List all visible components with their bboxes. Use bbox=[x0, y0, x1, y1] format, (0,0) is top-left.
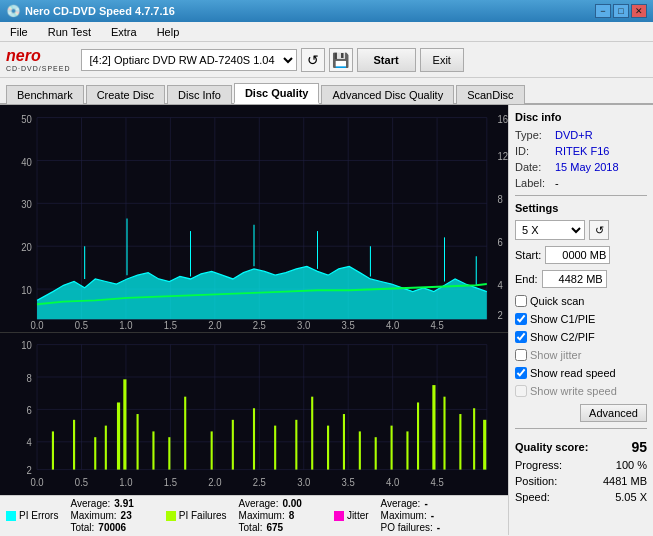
end-mb-input[interactable] bbox=[542, 270, 607, 288]
tab-scandisc[interactable]: ScanDisc bbox=[456, 85, 524, 104]
show-jitter-checkbox[interactable] bbox=[515, 349, 527, 361]
position-value: 4481 MB bbox=[603, 475, 647, 487]
toolbar: nero CD·DVD/SPEED [4:2] Optiarc DVD RW A… bbox=[0, 42, 653, 78]
svg-text:0.0: 0.0 bbox=[30, 320, 43, 332]
menu-file[interactable]: File bbox=[4, 24, 34, 40]
right-panel: Disc info Type: DVD+R ID: RITEK F16 Date… bbox=[508, 105, 653, 535]
divider1 bbox=[515, 195, 647, 196]
pi-failures-max: Maximum: 8 bbox=[239, 510, 302, 521]
pi-errors-avg-label: Average: bbox=[70, 498, 110, 509]
pi-errors-total-label: Total: bbox=[70, 522, 94, 533]
menu-extra[interactable]: Extra bbox=[105, 24, 143, 40]
pi-failures-max-value: 8 bbox=[289, 510, 295, 521]
svg-text:4.0: 4.0 bbox=[386, 476, 400, 487]
disc-info-title: Disc info bbox=[515, 111, 647, 123]
title-bar-left: 💿 Nero CD-DVD Speed 4.7.7.16 bbox=[6, 4, 175, 18]
exit-button[interactable]: Exit bbox=[420, 48, 464, 72]
divider2 bbox=[515, 428, 647, 429]
speed-select[interactable]: 5 X bbox=[515, 220, 585, 240]
show-write-speed-row: Show write speed bbox=[515, 385, 647, 397]
speed-row: 5 X ↺ bbox=[515, 220, 647, 240]
menu-help[interactable]: Help bbox=[151, 24, 186, 40]
tab-benchmark[interactable]: Benchmark bbox=[6, 85, 84, 104]
disc-date-label: Date: bbox=[515, 161, 551, 173]
svg-text:50: 50 bbox=[21, 113, 32, 125]
po-failures: PO failures: - bbox=[381, 522, 441, 533]
advanced-button[interactable]: Advanced bbox=[580, 404, 647, 422]
svg-text:12: 12 bbox=[497, 151, 508, 163]
nero-logo-area: nero CD·DVD/SPEED bbox=[6, 47, 71, 72]
show-c2pif-checkbox[interactable] bbox=[515, 331, 527, 343]
show-c2pif-row: Show C2/PIF bbox=[515, 331, 647, 343]
close-button[interactable]: ✕ bbox=[631, 4, 647, 18]
quality-score-value: 95 bbox=[631, 439, 647, 455]
svg-text:2.5: 2.5 bbox=[253, 320, 266, 332]
speed-label: Speed: bbox=[515, 491, 550, 503]
svg-text:3.0: 3.0 bbox=[297, 476, 311, 487]
title-bar: 💿 Nero CD-DVD Speed 4.7.7.16 − □ ✕ bbox=[0, 0, 653, 22]
svg-text:16: 16 bbox=[497, 113, 508, 125]
end-mb-label: End: bbox=[515, 273, 538, 285]
tab-disc-quality[interactable]: Disc Quality bbox=[234, 83, 320, 104]
tab-disc-info[interactable]: Disc Info bbox=[167, 85, 232, 104]
svg-text:2: 2 bbox=[26, 465, 32, 476]
disc-id-label: ID: bbox=[515, 145, 551, 157]
show-c1pie-label: Show C1/PIE bbox=[530, 313, 595, 325]
svg-text:0.5: 0.5 bbox=[75, 320, 88, 332]
show-c1pie-checkbox[interactable] bbox=[515, 313, 527, 325]
tab-create-disc[interactable]: Create Disc bbox=[86, 85, 165, 104]
pi-failures-avg-value: 0.00 bbox=[282, 498, 301, 509]
pi-failures-stats: Average: 0.00 Maximum: 8 Total: 675 bbox=[239, 498, 302, 533]
chart-bottom: 10 8 6 4 2 0.0 0.5 1.0 1.5 2.0 2.5 3.0 3… bbox=[0, 333, 508, 495]
speed-row-2: Speed: 5.05 X bbox=[515, 491, 647, 503]
drive-select[interactable]: [4:2] Optiarc DVD RW AD-7240S 1.04 bbox=[81, 49, 297, 71]
charts-container: 50 40 30 20 10 16 12 8 6 4 2 0.0 0.5 bbox=[0, 105, 508, 495]
minimize-button[interactable]: − bbox=[595, 4, 611, 18]
disc-type-label: Type: bbox=[515, 129, 551, 141]
quality-score-label: Quality score: bbox=[515, 441, 588, 453]
svg-text:4.5: 4.5 bbox=[430, 320, 443, 332]
jitter-avg-label: Average: bbox=[381, 498, 421, 509]
jitter-color bbox=[334, 511, 344, 521]
svg-text:2.0: 2.0 bbox=[208, 320, 221, 332]
menu-run-test[interactable]: Run Test bbox=[42, 24, 97, 40]
show-jitter-row: Show jitter bbox=[515, 349, 647, 361]
pi-failures-max-label: Maximum: bbox=[239, 510, 285, 521]
bottom-legend: PI Errors Average: 3.91 Maximum: 23 Tota… bbox=[0, 495, 508, 535]
svg-text:8: 8 bbox=[497, 194, 502, 206]
svg-text:20: 20 bbox=[21, 241, 32, 253]
pi-failures-color bbox=[166, 511, 176, 521]
svg-text:4.0: 4.0 bbox=[386, 320, 399, 332]
show-read-speed-label: Show read speed bbox=[530, 367, 616, 379]
nero-logo: nero bbox=[6, 47, 71, 65]
disc-label-row: Label: - bbox=[515, 177, 647, 189]
refresh-icon[interactable]: ↺ bbox=[301, 48, 325, 72]
disc-type-row: Type: DVD+R bbox=[515, 129, 647, 141]
disc-type-value: DVD+R bbox=[555, 129, 593, 141]
svg-text:40: 40 bbox=[21, 156, 32, 168]
quality-score-row: Quality score: 95 bbox=[515, 439, 647, 455]
show-write-speed-checkbox[interactable] bbox=[515, 385, 527, 397]
start-mb-input[interactable] bbox=[545, 246, 610, 264]
quick-scan-row: Quick scan bbox=[515, 295, 647, 307]
pi-errors-legend: PI Errors bbox=[6, 510, 58, 521]
svg-text:3.5: 3.5 bbox=[342, 320, 355, 332]
start-button[interactable]: Start bbox=[357, 48, 416, 72]
pi-errors-max: Maximum: 23 bbox=[70, 510, 133, 521]
show-read-speed-checkbox[interactable] bbox=[515, 367, 527, 379]
jitter-max-label: Maximum: bbox=[381, 510, 427, 521]
quick-scan-checkbox[interactable] bbox=[515, 295, 527, 307]
show-c2pif-label: Show C2/PIF bbox=[530, 331, 595, 343]
jitter-legend: Jitter bbox=[334, 510, 369, 521]
pi-errors-label: PI Errors bbox=[19, 510, 58, 521]
tab-advanced-disc-quality[interactable]: Advanced Disc Quality bbox=[321, 85, 454, 104]
settings-refresh-icon[interactable]: ↺ bbox=[589, 220, 609, 240]
save-icon[interactable]: 💾 bbox=[329, 48, 353, 72]
svg-text:1.5: 1.5 bbox=[164, 320, 177, 332]
chart-panel: 50 40 30 20 10 16 12 8 6 4 2 0.0 0.5 bbox=[0, 105, 508, 535]
position-row: Position: 4481 MB bbox=[515, 475, 647, 487]
jitter-stats: Average: - Maximum: - PO failures: - bbox=[381, 498, 441, 533]
pi-failures-total: Total: 675 bbox=[239, 522, 302, 533]
maximize-button[interactable]: □ bbox=[613, 4, 629, 18]
svg-text:1.0: 1.0 bbox=[119, 476, 133, 487]
